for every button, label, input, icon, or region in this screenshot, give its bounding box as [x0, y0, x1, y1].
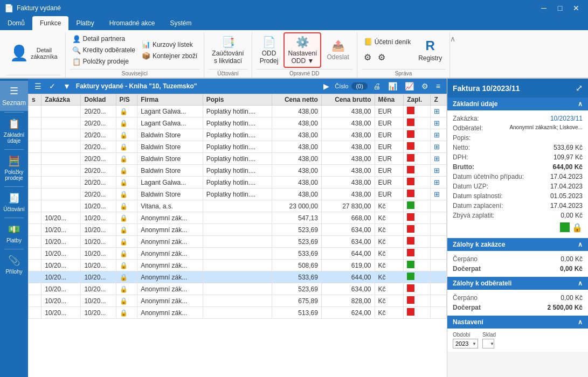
chart-button[interactable]: 📊: [386, 81, 399, 92]
kontejner-icon: 📦: [142, 52, 150, 60]
table-cell: 🔒: [116, 295, 137, 307]
col-cena-netto[interactable]: Cena netto: [272, 94, 321, 106]
unpaid-indicator: [407, 284, 414, 292]
section-zalohy-zakazka-header[interactable]: Zálohy k zakázce ∧: [447, 238, 588, 251]
detail-zakaznika-button[interactable]: 👤 Detailzákazníka: [6, 42, 61, 64]
tab-funkce[interactable]: Funkce: [32, 16, 68, 30]
settings1-button[interactable]: ⚙: [362, 51, 373, 64]
table-row[interactable]: 10/20...10/20...🔒Anonymní zák...533,6964…: [29, 271, 447, 283]
kontejner-button[interactable]: 📦 Kontejner zboží: [140, 51, 199, 61]
sidebar-item-zakladni[interactable]: 📋 Základníúdaje: [0, 114, 28, 148]
calc-icon: ⊞: [434, 131, 440, 139]
toolbar-nav-button[interactable]: ▶: [321, 81, 331, 92]
zalohovani-button[interactable]: 📑 Zaúčtovánís likvidací: [209, 33, 247, 67]
table-row[interactable]: 10/20...10/20...🔒Anonymní zák...533,6964…: [29, 248, 447, 260]
section-zalohy-odberatel-header[interactable]: Zálohy k odběrateli ∧: [447, 277, 588, 290]
section-nastaveni-header[interactable]: Nastavení ∧: [447, 316, 588, 329]
unpaid-indicator: [407, 249, 414, 256]
detail-partnera-button[interactable]: 👤 Detail partnera: [70, 34, 137, 44]
content-area: ☰ ✓ ▼ Faktury vydané - Kniha "10, Tuzems…: [28, 79, 588, 377]
odberatel-row: Odběratel: Anonymní zákazník; Lískove...: [453, 123, 583, 133]
registry-button[interactable]: R Registry: [415, 36, 445, 64]
table-row[interactable]: 20/20...🔒Lagant Galwa...Poplatky hotlin.…: [29, 106, 447, 117]
table-cell: Lagant Galwa...: [137, 106, 203, 117]
kurzovy-button[interactable]: 📊 Kurzový lístek: [140, 39, 199, 50]
tab-domu[interactable]: Domů: [0, 16, 32, 30]
registry-icon: R: [425, 38, 434, 53]
col-firma[interactable]: Firma: [137, 94, 203, 106]
unpaid-indicator: [407, 213, 414, 221]
table-row[interactable]: 10/20...10/20...🔒Anonymní zák...523,6963…: [29, 283, 447, 295]
col-ps[interactable]: P/S: [116, 94, 137, 106]
col-zapl[interactable]: Zapl.: [404, 94, 431, 106]
minimize-button[interactable]: ─: [536, 1, 551, 16]
table-row[interactable]: 10/20...10/20...🔒Anonymní zák...675,8982…: [29, 295, 447, 307]
print-button[interactable]: 🖨: [371, 81, 383, 92]
tab-system[interactable]: Systém: [162, 16, 199, 30]
data-table-container[interactable]: s Zakázka Doklad P/S Firma Popis Cena ne…: [28, 94, 447, 377]
table-row[interactable]: 10/20...10/20...🔒Anonymní zák...523,6963…: [29, 224, 447, 236]
tab-hromadne[interactable]: Hromadné akce: [102, 16, 163, 30]
col-popis[interactable]: Popis: [203, 94, 272, 106]
col-s[interactable]: s: [29, 94, 41, 106]
sklad-select[interactable]: [482, 339, 494, 348]
close-button[interactable]: ✕: [569, 1, 584, 16]
col-zakazka[interactable]: Zakázka: [41, 94, 81, 106]
section-zakladni-header[interactable]: Základní údaje ∧: [447, 97, 588, 110]
col-mena[interactable]: Měna: [375, 94, 404, 106]
cerpano-zakazka-row: Čerpáno 0,00 Kč: [453, 254, 583, 264]
table-row[interactable]: 20/20...🔒Baldwin StorePoplatky hotlin...…: [29, 188, 447, 200]
sidebar-item-prilohy[interactable]: 📎 Přílohy: [0, 250, 28, 279]
odd-prodej-button[interactable]: 📄 ODDProdej: [257, 33, 282, 67]
table-cell: ⊞: [431, 165, 447, 177]
toolbar-check-button[interactable]: ✓: [47, 81, 58, 92]
table-row[interactable]: 20/20...🔒Baldwin StorePoplatky hotlin...…: [29, 129, 447, 141]
table-cell: [431, 283, 447, 295]
tab-platby[interactable]: Platby: [68, 16, 101, 30]
toolbar-menu-button[interactable]: ☰: [32, 81, 44, 92]
table-row[interactable]: 20/20...🔒Lagant Galwa...Poplatky hotlin.…: [29, 117, 447, 129]
table-row[interactable]: 20/20...🔒Lagant Galwa...Poplatky hotlin.…: [29, 177, 447, 188]
collapse-ribbon-button[interactable]: ∧: [450, 34, 455, 43]
sidebar-item-platby[interactable]: 💵 Platby: [0, 219, 28, 248]
table-cell: Kč: [375, 236, 404, 248]
odeslat-button[interactable]: 📤 Odeslat: [323, 37, 352, 63]
toolbar-dropdown-button[interactable]: ▼: [61, 81, 73, 92]
count-label: Číslo: [335, 83, 348, 89]
nastaveni-odd-button[interactable]: ⚙️ NastaveníODD ▼: [283, 32, 321, 68]
col-cena-brutto[interactable]: Cena brutto: [321, 94, 375, 106]
polozky-button[interactable]: 📋 Položky prodeje: [70, 57, 137, 67]
sidebar-item-seznam[interactable]: ☰ Seznam: [0, 81, 28, 111]
sidebar-divider-2: [4, 149, 24, 150]
group-label-sprava: Správa: [362, 69, 445, 78]
table-row[interactable]: 20/20...🔒Baldwin StorePoplatky hotlin...…: [29, 165, 447, 177]
table-cell: 🔒: [116, 283, 137, 295]
table-row[interactable]: 10/20...🔒Vitana, a.s.23 000,0027 830,00K…: [29, 200, 447, 212]
sidebar-divider-4: [4, 218, 24, 218]
settings-button[interactable]: ⚙: [419, 81, 431, 92]
ribbon-group-uctovani-items: 📑 Zaúčtovánís likvidací: [209, 32, 247, 68]
kredity-button[interactable]: 🔍 Kredity odběratele: [70, 45, 137, 55]
col-z[interactable]: Z: [431, 94, 447, 106]
table-cell: [404, 295, 431, 307]
sidebar-item-polozky[interactable]: 🧮 Položkyprodeje: [0, 151, 28, 185]
table-row[interactable]: 20/20...🔒Baldwin StorePoplatky hotlin...…: [29, 141, 447, 153]
more-button[interactable]: ≡: [434, 81, 442, 92]
col-doklad[interactable]: Doklad: [81, 94, 116, 106]
unpaid-indicator: [407, 130, 414, 138]
table-row[interactable]: 10/20...10/20...🔒Anonymní zák...523,6963…: [29, 236, 447, 248]
obdobi-select[interactable]: 2023: [453, 339, 478, 348]
table-row[interactable]: 20/20...🔒Baldwin StorePoplatky hotlin...…: [29, 153, 447, 165]
table-row[interactable]: 10/20...10/20...🔒Anonymní zák...513,6962…: [29, 307, 447, 319]
maximize-button[interactable]: □: [552, 1, 568, 16]
zbyvazaplatit-label: Zbývá zaplatit:: [453, 212, 494, 219]
bar-chart-button[interactable]: 📈: [403, 81, 416, 92]
table-row[interactable]: 10/20...10/20...🔒Anonymní zák...547,1366…: [29, 212, 447, 224]
ucetni-label: Účetní deník: [375, 38, 411, 46]
ucetni-denik-button[interactable]: 📒 Účetní deník: [362, 37, 413, 47]
table-cell: 10/20...: [41, 307, 81, 319]
sidebar-item-uctovani[interactable]: 🧾 Účtování: [0, 188, 28, 217]
table-row[interactable]: 10/20...10/20...🔒Anonymní zák...508,6961…: [29, 260, 447, 271]
expand-panel-button[interactable]: ⤢: [576, 83, 583, 93]
settings2-button[interactable]: ⚙: [376, 51, 388, 64]
